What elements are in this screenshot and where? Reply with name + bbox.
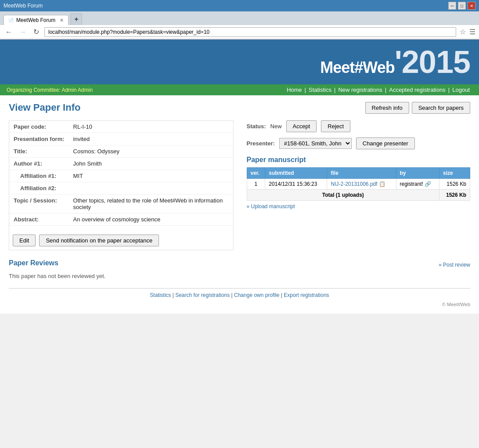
site-name: Meet#Web bbox=[320, 58, 394, 76]
menu-icon[interactable]: ☰ bbox=[469, 28, 475, 36]
status-value: New bbox=[270, 123, 282, 130]
browser-chrome: MeetWeb Forum ─ □ ✕ 📄 MeetWeb Forum ✕ + … bbox=[0, 0, 479, 40]
total-size: 1526 Kb bbox=[439, 190, 470, 201]
presenter-select[interactable]: #158-601, Smith, John bbox=[279, 138, 352, 149]
affiliation1-row: Affiliation #1: MIT bbox=[9, 170, 233, 182]
affiliation1-value: MIT bbox=[69, 170, 233, 182]
accept-button[interactable]: Accept bbox=[286, 120, 317, 132]
tab-title: MeetWeb Forum bbox=[4, 3, 445, 9]
reject-button[interactable]: Reject bbox=[321, 120, 350, 132]
action-buttons: Edit Send notification on the paper acce… bbox=[9, 231, 233, 250]
col-ver: ver. bbox=[247, 168, 265, 179]
upload-link[interactable]: » Upload manuscript bbox=[247, 203, 295, 210]
manuscript-submitted: 2014/12/31 15:36:23 bbox=[265, 179, 327, 190]
main-content: View Paper Info Refresh info Search for … bbox=[0, 95, 479, 314]
paper-code-label: Paper code: bbox=[9, 121, 69, 133]
col-size: size bbox=[439, 168, 470, 179]
site-header: Meet#Web'2015 bbox=[0, 40, 479, 84]
footer-change-profile[interactable]: Change own profile bbox=[234, 292, 279, 298]
nav-statistics[interactable]: Statistics bbox=[306, 87, 334, 93]
post-review-link[interactable]: » Post review bbox=[439, 262, 470, 268]
nav-links: Home | Statistics | New registrations | … bbox=[284, 87, 472, 93]
title-row: Title: Cosmos: Odyssey bbox=[9, 145, 233, 158]
affiliation2-label: Affiliation #2: bbox=[9, 182, 69, 195]
footer-search-registrations[interactable]: Search for registrations bbox=[175, 292, 230, 298]
manuscript-total-row: Total (1 uploads) 1526 Kb bbox=[247, 190, 470, 201]
nav-logout[interactable]: Logout bbox=[450, 87, 472, 93]
affiliation2-row: Affiliation #2: bbox=[9, 182, 233, 195]
active-tab[interactable]: 📄 MeetWeb Forum ✕ bbox=[4, 15, 68, 25]
reviews-header-row: Paper Reviews » Post review bbox=[9, 259, 470, 271]
copyright: © Meet#Web bbox=[9, 302, 470, 307]
presenter-row: Presenter: #158-601, Smith, John Change … bbox=[247, 137, 471, 149]
presentation-row: Presentation form: invited bbox=[9, 133, 233, 145]
col-file: file bbox=[327, 168, 396, 179]
topic-row: Topic / Session: Other topics, related t… bbox=[9, 195, 233, 213]
forward-button[interactable]: → bbox=[18, 27, 28, 37]
status-label: Status: bbox=[247, 123, 266, 130]
author1-row: Author #1: John Smith bbox=[9, 158, 233, 170]
file-link[interactable]: NIJ-2-20131006.pdf bbox=[331, 181, 377, 187]
paper-code-value: RL-I-10 bbox=[69, 121, 233, 133]
manuscript-file: NIJ-2-20131006.pdf 📋 bbox=[327, 179, 396, 190]
abstract-label: Abstract: bbox=[9, 213, 69, 226]
address-input[interactable] bbox=[44, 27, 456, 37]
topic-label: Topic / Session: bbox=[9, 195, 69, 213]
close-button[interactable]: ✕ bbox=[468, 2, 475, 10]
refresh-info-button[interactable]: Refresh info bbox=[365, 102, 409, 114]
reload-button[interactable]: ↻ bbox=[32, 27, 41, 37]
topic-value: Other topics, related to the role of Mee… bbox=[69, 195, 233, 213]
new-tab-button[interactable]: + bbox=[70, 13, 82, 25]
header-buttons: Refresh info Search for papers bbox=[365, 102, 470, 114]
tab-icon: 📄 bbox=[8, 18, 14, 23]
bookmark-icon[interactable]: ☆ bbox=[460, 28, 466, 36]
reviews-section-title: Paper Reviews bbox=[9, 259, 58, 267]
paper-info-section: Paper code: RL-I-10 Presentation form: i… bbox=[9, 120, 470, 250]
search-papers-button[interactable]: Search for papers bbox=[412, 102, 470, 114]
nav-new-registrations[interactable]: New registrations bbox=[335, 87, 385, 93]
change-presenter-button[interactable]: Change presenter bbox=[356, 137, 415, 149]
maximize-button[interactable]: □ bbox=[458, 2, 466, 10]
left-panel: Paper code: RL-I-10 Presentation form: i… bbox=[9, 120, 234, 250]
manuscript-by: registrant! 🔗 bbox=[396, 179, 439, 190]
manuscript-row: 1 2014/12/31 15:36:23 NIJ-2-20131006.pdf… bbox=[247, 179, 470, 190]
address-bar: ← → ↻ ☆ ☰ bbox=[0, 25, 479, 39]
footer-divider bbox=[9, 288, 470, 289]
author1-value: John Smith bbox=[69, 158, 233, 170]
title-bar: MeetWeb Forum ─ □ ✕ bbox=[0, 0, 479, 11]
footer-export-registrations[interactable]: Export registrations bbox=[284, 292, 329, 298]
minimize-button[interactable]: ─ bbox=[448, 2, 456, 10]
manuscript-header-row: ver. submitted file by size bbox=[247, 168, 470, 179]
tab-label: MeetWeb Forum bbox=[16, 17, 55, 23]
presentation-label: Presentation form: bbox=[9, 133, 69, 145]
author1-label: Author #1: bbox=[9, 158, 69, 170]
abstract-value: An overview of cosmology science bbox=[69, 213, 233, 226]
nav-accepted-registrations[interactable]: Accepted registrations bbox=[386, 87, 448, 93]
col-submitted: submitted bbox=[265, 168, 327, 179]
footer-statistics[interactable]: Statistics bbox=[150, 292, 171, 298]
notify-button[interactable]: Send notification on the paper acceptanc… bbox=[39, 235, 159, 246]
title-label: Title: bbox=[9, 145, 69, 158]
tab-close-button[interactable]: ✕ bbox=[60, 18, 64, 23]
right-panel: Status: New Accept Reject Presenter: #15… bbox=[247, 120, 471, 250]
org-label: Organizing Committee: Admin Admin bbox=[7, 87, 284, 93]
window-controls: ─ □ ✕ bbox=[448, 2, 475, 10]
tab-bar: 📄 MeetWeb Forum ✕ + bbox=[0, 11, 479, 25]
edit-button[interactable]: Edit bbox=[13, 235, 36, 246]
affiliation2-value bbox=[69, 182, 233, 195]
nav-home[interactable]: Home bbox=[284, 87, 305, 93]
manuscript-section-title: Paper manuscript bbox=[247, 156, 471, 164]
paper-code-row: Paper code: RL-I-10 bbox=[9, 121, 233, 133]
nav-bar: Organizing Committee: Admin Admin Home |… bbox=[0, 84, 479, 95]
paper-info-table: Paper code: RL-I-10 Presentation form: i… bbox=[9, 121, 233, 226]
site-year: '2015 bbox=[395, 44, 470, 79]
presenter-label: Presenter: bbox=[247, 140, 275, 147]
footer-links: Statistics | Search for registrations | … bbox=[9, 292, 470, 298]
page-title: View Paper Info bbox=[9, 102, 80, 113]
no-review-text: This paper has not been reviewed yet. bbox=[9, 273, 470, 279]
total-label: Total (1 uploads) bbox=[247, 190, 439, 201]
title-value: Cosmos: Odyssey bbox=[69, 145, 233, 158]
affiliation1-label: Affiliation #1: bbox=[9, 170, 69, 182]
page-header: View Paper Info Refresh info Search for … bbox=[9, 102, 470, 114]
back-button[interactable]: ← bbox=[4, 27, 14, 37]
